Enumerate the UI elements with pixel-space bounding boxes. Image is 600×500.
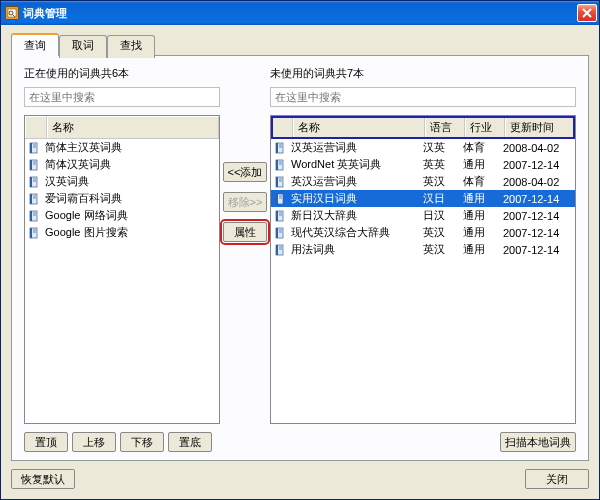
list-item[interactable]: 英汉运营词典英汉体育2008-04-02 bbox=[271, 173, 575, 190]
header-name[interactable]: 名称 bbox=[293, 116, 425, 138]
unused-dicts-label: 未使用的词典共7本 bbox=[270, 66, 576, 81]
tab-label: 查询 bbox=[24, 39, 46, 51]
window-title: 词典管理 bbox=[23, 6, 577, 21]
button-label: <<添加 bbox=[228, 166, 263, 178]
active-search bbox=[24, 87, 220, 107]
bottom-button[interactable]: 置底 bbox=[168, 432, 212, 452]
active-list[interactable]: 名称 简体主汉英词典简体汉英词典汉英词典爱词霸百科词典Google 网络词典Go… bbox=[24, 115, 220, 424]
list-item[interactable]: WordNet 英英词典英英通用2007-12-14 bbox=[271, 156, 575, 173]
item-lang: 日汉 bbox=[423, 208, 463, 223]
svg-rect-24 bbox=[30, 228, 32, 238]
list-item[interactable]: 简体主汉英词典 bbox=[25, 139, 219, 156]
close-button[interactable] bbox=[577, 4, 597, 22]
list-item[interactable]: 汉英词典 bbox=[25, 173, 219, 190]
item-name: 简体主汉英词典 bbox=[45, 140, 217, 155]
item-update: 2008-04-02 bbox=[503, 176, 573, 188]
list-item[interactable]: 爱词霸百科词典 bbox=[25, 190, 219, 207]
add-button[interactable]: <<添加 bbox=[223, 162, 268, 182]
dict-icon bbox=[27, 193, 41, 205]
button-label: 属性 bbox=[234, 226, 256, 238]
svg-rect-8 bbox=[30, 160, 32, 170]
svg-rect-28 bbox=[276, 143, 278, 153]
bottom-row: 置顶 上移 下移 置底 扫描本地词典 bbox=[24, 432, 576, 452]
button-label: 恢复默认 bbox=[21, 473, 65, 485]
item-name: 汉英运营词典 bbox=[291, 140, 423, 155]
dict-icon bbox=[27, 176, 41, 188]
restore-defaults-button[interactable]: 恢复默认 bbox=[11, 469, 75, 489]
list-item[interactable]: 实用汉日词典汉日通用2007-12-14 bbox=[271, 190, 575, 207]
svg-rect-32 bbox=[276, 160, 278, 170]
header-industry[interactable]: 行业 bbox=[465, 116, 505, 138]
item-lang: 英汉 bbox=[423, 242, 463, 257]
footer: 恢复默认 关闭 bbox=[11, 469, 589, 489]
unused-list[interactable]: 名称 语言 行业 更新时间 汉英运营词典汉英体育2008-04-02WordNe… bbox=[270, 115, 576, 424]
columns: 正在使用的词典共6本 名称 简体主汉英词典简体汉英词典汉英词典爱词霸百科词典Go… bbox=[24, 66, 576, 424]
dict-icon bbox=[273, 244, 287, 256]
item-name: Google 网络词典 bbox=[45, 208, 217, 223]
header-lang[interactable]: 语言 bbox=[425, 116, 465, 138]
up-button[interactable]: 上移 bbox=[72, 432, 116, 452]
tab-panel: 正在使用的词典共6本 名称 简体主汉英词典简体汉英词典汉英词典爱词霸百科词典Go… bbox=[11, 55, 589, 461]
list-item[interactable]: 用法词典英汉通用2007-12-14 bbox=[271, 241, 575, 258]
active-search-input[interactable] bbox=[24, 87, 220, 107]
properties-button[interactable]: 属性 bbox=[223, 222, 267, 242]
list-item[interactable]: Google 图片搜索 bbox=[25, 224, 219, 241]
list-item[interactable]: 简体汉英词典 bbox=[25, 156, 219, 173]
unused-list-rows: 汉英运营词典汉英体育2008-04-02WordNet 英英词典英英通用2007… bbox=[271, 139, 575, 423]
active-dicts-col: 正在使用的词典共6本 名称 简体主汉英词典简体汉英词典汉英词典爱词霸百科词典Go… bbox=[24, 66, 220, 424]
dict-icon bbox=[273, 210, 287, 222]
tab-pick[interactable]: 取词 bbox=[59, 35, 107, 58]
list-item[interactable]: Google 网络词典 bbox=[25, 207, 219, 224]
dict-icon bbox=[27, 142, 41, 154]
header-update[interactable]: 更新时间 bbox=[505, 116, 575, 138]
down-button[interactable]: 下移 bbox=[120, 432, 164, 452]
item-name: 现代英汉综合大辞典 bbox=[291, 225, 423, 240]
list-item[interactable]: 汉英运营词典汉英体育2008-04-02 bbox=[271, 139, 575, 156]
active-list-header: 名称 bbox=[25, 116, 219, 139]
dict-icon bbox=[273, 159, 287, 171]
item-update: 2008-04-02 bbox=[503, 142, 573, 154]
list-item[interactable]: 现代英汉综合大辞典英汉通用2007-12-14 bbox=[271, 224, 575, 241]
item-industry: 通用 bbox=[463, 208, 503, 223]
unused-list-header: 名称 语言 行业 更新时间 bbox=[271, 116, 575, 139]
dict-icon bbox=[273, 227, 287, 239]
app-icon bbox=[5, 6, 19, 20]
remove-button[interactable]: 移除>> bbox=[223, 192, 268, 212]
svg-rect-44 bbox=[276, 211, 278, 221]
tab-query[interactable]: 查询 bbox=[11, 33, 59, 56]
tab-find[interactable]: 查找 bbox=[107, 35, 155, 58]
transfer-buttons-col: <<添加 移除>> 属性 bbox=[220, 66, 270, 424]
active-list-rows: 简体主汉英词典简体汉英词典汉英词典爱词霸百科词典Google 网络词典Googl… bbox=[25, 139, 219, 423]
svg-rect-16 bbox=[30, 194, 32, 204]
top-button[interactable]: 置顶 bbox=[24, 432, 68, 452]
item-industry: 通用 bbox=[463, 242, 503, 257]
scan-button[interactable]: 扫描本地词典 bbox=[500, 432, 576, 452]
header-icon-col[interactable] bbox=[25, 116, 47, 138]
item-industry: 通用 bbox=[463, 157, 503, 172]
titlebar: 词典管理 bbox=[1, 1, 599, 25]
dict-icon bbox=[273, 193, 287, 205]
item-update: 2007-12-14 bbox=[503, 227, 573, 239]
button-label: 置顶 bbox=[35, 436, 57, 448]
item-name: Google 图片搜索 bbox=[45, 225, 217, 240]
close-dialog-button[interactable]: 关闭 bbox=[525, 469, 589, 489]
item-lang: 英英 bbox=[423, 157, 463, 172]
header-icon-col[interactable] bbox=[271, 116, 293, 138]
item-name: 英汉运营词典 bbox=[291, 174, 423, 189]
unused-search-input[interactable] bbox=[270, 87, 576, 107]
svg-rect-52 bbox=[276, 245, 278, 255]
list-item[interactable]: 新日汉大辞典日汉通用2007-12-14 bbox=[271, 207, 575, 224]
item-industry: 通用 bbox=[463, 225, 503, 240]
svg-rect-36 bbox=[276, 177, 278, 187]
button-label: 扫描本地词典 bbox=[505, 436, 571, 448]
svg-rect-20 bbox=[30, 211, 32, 221]
dict-icon bbox=[27, 210, 41, 222]
order-buttons: 置顶 上移 下移 置底 bbox=[24, 432, 212, 452]
active-dicts-label: 正在使用的词典共6本 bbox=[24, 66, 220, 81]
item-lang: 汉日 bbox=[423, 191, 463, 206]
item-name: 爱词霸百科词典 bbox=[45, 191, 217, 206]
svg-rect-4 bbox=[30, 143, 32, 153]
item-update: 2007-12-14 bbox=[503, 159, 573, 171]
item-name: 实用汉日词典 bbox=[291, 191, 423, 206]
header-name[interactable]: 名称 bbox=[47, 116, 219, 138]
